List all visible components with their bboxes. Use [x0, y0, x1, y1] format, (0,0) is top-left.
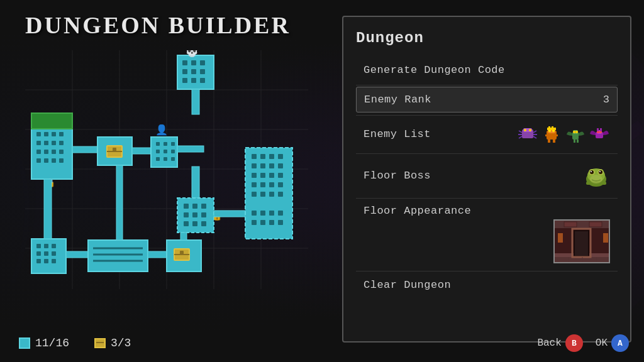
stats-bar: 11/16 3/3 — [19, 337, 131, 349]
svg-rect-182 — [603, 233, 608, 243]
svg-rect-106 — [36, 244, 41, 248]
svg-rect-93 — [252, 192, 257, 197]
svg-rect-60 — [171, 157, 175, 161]
boss-sprite — [582, 162, 610, 189]
room-count: 11/16 — [19, 337, 69, 349]
generate-code-row[interactable]: Generate Dungeon Code — [356, 58, 618, 82]
page-title: DUNGEON BUILDER — [25, 11, 291, 39]
svg-rect-87 — [269, 173, 274, 178]
svg-rect-170 — [586, 182, 591, 185]
map-panel: 💀 🔒 — [19, 44, 321, 321]
enemy-rank-value: 3 — [603, 94, 609, 106]
svg-rect-86 — [260, 173, 265, 178]
ok-nav[interactable]: OK A — [596, 334, 629, 352]
svg-rect-75 — [214, 211, 245, 217]
enemy-rank-row[interactable]: Enemy Rank 3 — [356, 87, 618, 112]
svg-rect-40 — [36, 158, 41, 163]
back-button[interactable]: B — [565, 334, 583, 352]
enemy-list-label: Enemy List — [364, 128, 431, 140]
svg-rect-97 — [252, 211, 257, 216]
svg-rect-104 — [278, 220, 283, 225]
svg-rect-177 — [589, 222, 602, 227]
svg-rect-27 — [31, 113, 72, 129]
svg-point-130 — [524, 129, 526, 131]
svg-rect-153 — [574, 140, 575, 143]
enemy-rank-label: Enemy Rank — [364, 94, 431, 106]
svg-rect-84 — [278, 163, 283, 168]
svg-rect-19 — [200, 69, 205, 74]
floor-boss-row[interactable]: Floor Boss — [356, 155, 618, 195]
svg-rect-65 — [184, 204, 189, 209]
back-nav[interactable]: Back B — [537, 334, 582, 352]
floor-thumbnail[interactable] — [553, 219, 610, 263]
svg-rect-179 — [575, 231, 588, 256]
svg-rect-105 — [31, 239, 66, 273]
separator-5 — [356, 271, 618, 272]
svg-rect-71 — [184, 221, 189, 226]
svg-rect-160 — [600, 128, 602, 131]
svg-rect-95 — [269, 192, 274, 197]
floor-thumbnail-image — [555, 221, 610, 263]
svg-rect-57 — [171, 150, 175, 153]
svg-rect-56 — [164, 150, 167, 153]
separator-3 — [356, 153, 618, 154]
svg-rect-114 — [52, 259, 56, 263]
svg-rect-33 — [44, 141, 48, 145]
enemy-sprite-4 — [589, 123, 610, 145]
svg-rect-99 — [269, 211, 274, 216]
svg-rect-142 — [545, 134, 548, 136]
panel-title: Dungeon — [356, 30, 618, 47]
svg-rect-16 — [200, 60, 205, 65]
svg-rect-54 — [171, 142, 175, 146]
svg-rect-88 — [278, 173, 283, 178]
svg-rect-110 — [44, 251, 48, 256]
svg-rect-103 — [269, 220, 274, 225]
ok-button[interactable]: A — [611, 334, 629, 352]
svg-rect-176 — [564, 222, 577, 227]
svg-point-169 — [590, 175, 602, 184]
svg-rect-28 — [36, 132, 41, 136]
separator-4 — [356, 198, 618, 199]
enemy-list-row[interactable]: Enemy List — [356, 117, 618, 151]
svg-rect-63 — [192, 167, 199, 198]
svg-rect-41 — [44, 158, 48, 163]
svg-rect-78 — [260, 154, 265, 159]
svg-rect-126 — [116, 165, 123, 240]
chest-count-value: 3/3 — [111, 337, 131, 349]
svg-rect-20 — [182, 78, 187, 83]
svg-rect-30 — [52, 132, 56, 136]
svg-rect-15 — [191, 60, 196, 65]
svg-rect-181 — [558, 233, 563, 243]
svg-rect-22 — [200, 78, 205, 83]
svg-rect-100 — [278, 211, 283, 216]
clear-dungeon-label: Clear Dungeon — [364, 279, 451, 291]
svg-line-137 — [533, 136, 536, 138]
svg-rect-115 — [66, 251, 88, 258]
svg-rect-102 — [260, 220, 265, 225]
clear-dungeon-row[interactable]: Clear Dungeon — [356, 273, 618, 297]
separator-2 — [356, 115, 618, 116]
svg-rect-77 — [252, 154, 257, 159]
svg-rect-18 — [191, 69, 196, 74]
svg-point-152 — [575, 131, 578, 133]
svg-rect-83 — [269, 163, 274, 168]
back-label: Back — [537, 337, 561, 349]
enemy-sprite-1 — [517, 123, 538, 145]
svg-rect-53 — [164, 142, 167, 146]
svg-rect-94 — [260, 192, 265, 197]
svg-point-131 — [529, 129, 531, 131]
svg-rect-111 — [52, 251, 56, 256]
room-icon — [19, 337, 30, 349]
svg-rect-82 — [260, 163, 265, 168]
svg-rect-36 — [36, 150, 41, 154]
svg-rect-91 — [269, 182, 274, 187]
enemy-sprite-3 — [565, 123, 586, 145]
floor-appearance-label: Floor Appearance — [364, 205, 471, 217]
bottom-nav: Back B OK A — [537, 334, 629, 352]
svg-rect-50 — [132, 148, 151, 154]
svg-rect-38 — [52, 150, 56, 154]
svg-point-168 — [599, 171, 601, 172]
svg-rect-124 — [180, 251, 184, 255]
svg-rect-107 — [44, 244, 48, 248]
svg-rect-147 — [548, 126, 550, 128]
